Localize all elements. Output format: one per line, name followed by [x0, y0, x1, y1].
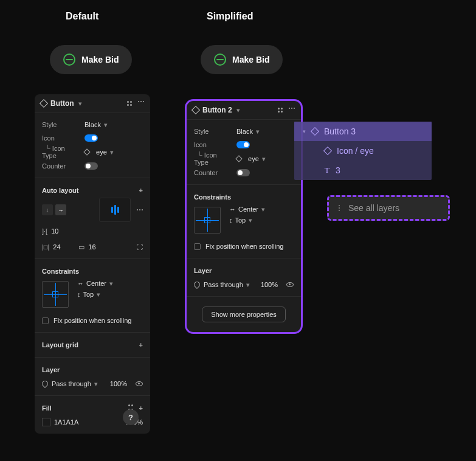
component-icon — [311, 127, 319, 136]
fill-hex[interactable]: 1A1A1A — [54, 418, 78, 426]
constraints-section: Constraints ↔ Center ▾ ↕ Top ▾ Fix posit… — [187, 185, 301, 258]
bid-icon — [214, 54, 226, 66]
padding-horizontal[interactable]: |□| — [42, 243, 70, 251]
icon-type-label: └ Icon Type — [194, 151, 233, 166]
layer-heading: Layer — [42, 366, 60, 373]
component-header: Button ▾ — [35, 94, 150, 113]
direction-horizontal[interactable]: → — [55, 204, 66, 215]
fill-swatch[interactable] — [42, 418, 50, 426]
alignment-grid[interactable] — [99, 198, 131, 222]
reset-icon[interactable] — [278, 108, 283, 113]
constraint-h-select[interactable]: ↔ Center ▾ — [77, 280, 114, 287]
direction-vertical[interactable]: ↓ — [42, 204, 53, 215]
variants-section: Style Black▾ Icon └ Icon Type eye▾ Count… — [187, 120, 301, 185]
blend-mode-select[interactable]: Pass through ▾ — [52, 380, 98, 387]
add-fill-icon[interactable]: + — [139, 404, 143, 412]
layer-section: Layer Pass through ▾ 100% — [35, 358, 150, 396]
layer-name: Icon / eye — [337, 146, 374, 156]
more-icon[interactable] — [138, 101, 144, 106]
show-more-properties-button[interactable]: Show more properties — [202, 307, 286, 322]
layer-row-button3[interactable]: ▾ Button 3 — [294, 122, 432, 141]
more-icon[interactable] — [289, 108, 295, 113]
fix-position-label: Fix position when scrolling — [205, 243, 283, 250]
constraint-h-select[interactable]: ↔ Center ▾ — [229, 206, 266, 213]
make-bid-button-default[interactable]: Make Bid — [50, 45, 132, 74]
fix-position-checkbox[interactable] — [42, 317, 49, 324]
blend-mode-icon — [193, 280, 201, 289]
layer-heading: Layer — [194, 267, 212, 274]
constraints-heading: Constraints — [194, 193, 231, 201]
counter-toggle-label: Counter — [42, 162, 81, 170]
padding-vertical[interactable]: ▭ — [78, 243, 105, 251]
properties-panel-simplified: Button 2 ▾ Style Black▾ Icon └ Icon Type… — [185, 99, 303, 334]
component-icon — [323, 147, 332, 155]
independent-padding-icon[interactable]: ⛶ — [136, 243, 143, 251]
component-icon — [191, 106, 200, 114]
component-icon — [40, 99, 48, 108]
constraints-section: Constraints ↔ Center ▾ ↕ Top ▾ Fix posit… — [35, 259, 150, 333]
properties-panel-default: Button ▾ Style Black▾ Icon └ Icon Type e… — [35, 94, 150, 434]
style-select[interactable]: Black▾ — [236, 128, 260, 135]
chevron-down-icon[interactable]: ▾ — [236, 108, 241, 113]
layers-popover: ▾ Button 3 Icon / eye T 3 — [294, 122, 432, 180]
icon-type-label: └ Icon Type — [42, 145, 81, 159]
label-default: Default — [66, 11, 98, 22]
layer-name: 3 — [336, 165, 340, 175]
style-label: Style — [194, 128, 233, 135]
drag-handle-icon — [339, 205, 340, 211]
opacity-value[interactable]: 100% — [261, 281, 278, 288]
item-spacing[interactable]: ]·[ — [42, 227, 68, 235]
style-select[interactable]: Black▾ — [85, 121, 108, 128]
variants-section: Style Black▾ Icon └ Icon Type eye▾ Count… — [35, 113, 150, 178]
help-button[interactable]: ? — [123, 409, 139, 425]
text-icon: T — [325, 165, 329, 175]
layer-row-icon-eye[interactable]: Icon / eye — [294, 141, 432, 161]
make-bid-label: Make Bid — [81, 55, 119, 64]
auto-layout-heading: Auto layout — [42, 187, 79, 194]
autolayout-more-icon[interactable] — [137, 209, 143, 210]
add-grid-icon[interactable]: + — [139, 341, 143, 348]
counter-toggle[interactable] — [85, 162, 98, 170]
reset-icon[interactable] — [127, 101, 132, 106]
expand-icon[interactable]: ▾ — [303, 128, 306, 134]
constraint-visualizer[interactable] — [42, 281, 69, 308]
counter-toggle[interactable] — [236, 169, 250, 176]
component-name[interactable]: Button — [50, 99, 74, 108]
layer-name: Button 3 — [324, 127, 356, 136]
bid-icon — [63, 54, 75, 66]
fix-position-label: Fix position when scrolling — [53, 317, 131, 324]
constraint-v-select[interactable]: ↕ Top ▾ — [77, 291, 114, 298]
see-all-layers-button[interactable]: See all layers — [327, 195, 450, 221]
layer-row-text-3[interactable]: T 3 — [294, 161, 432, 180]
style-label: Style — [42, 121, 81, 128]
visibility-icon[interactable] — [286, 282, 294, 287]
label-simplified: Simplified — [207, 11, 253, 22]
blend-mode-icon — [41, 380, 49, 388]
constraint-visualizer[interactable] — [194, 207, 221, 234]
counter-toggle-label: Counter — [194, 169, 233, 176]
icon-toggle-label: Icon — [42, 134, 81, 142]
chevron-down-icon[interactable]: ▾ — [78, 101, 83, 106]
blend-mode-select[interactable]: Pass through ▾ — [204, 281, 250, 288]
layout-grid-section: Layout grid+ — [35, 333, 150, 358]
icon-toggle[interactable] — [85, 134, 98, 142]
icon-toggle-label: Icon — [194, 141, 233, 148]
fix-position-checkbox[interactable] — [194, 243, 201, 250]
component-header: Button 2 ▾ — [187, 101, 301, 120]
icon-toggle[interactable] — [236, 141, 250, 148]
opacity-value[interactable]: 100% — [110, 380, 127, 387]
fill-heading: Fill — [42, 404, 52, 412]
layer-section: Layer Pass through ▾ 100% — [187, 258, 301, 297]
layout-grid-heading: Layout grid — [42, 341, 78, 348]
constraint-v-select[interactable]: ↕ Top ▾ — [229, 217, 266, 224]
component-name[interactable]: Button 2 — [202, 106, 232, 114]
constraints-heading: Constraints — [42, 268, 79, 275]
make-bid-label: Make Bid — [232, 55, 269, 64]
add-autolayout-icon[interactable]: + — [139, 187, 143, 194]
icon-type-select[interactable]: eye▾ — [85, 148, 114, 156]
visibility-icon[interactable] — [136, 381, 143, 386]
auto-layout-section: Auto layout+ ↓ → ]·[ |□| ▭ ⛶ — [35, 178, 150, 259]
icon-type-select[interactable]: eye▾ — [236, 155, 266, 162]
see-all-layers-label: See all layers — [348, 203, 399, 213]
make-bid-button-simplified[interactable]: Make Bid — [201, 45, 283, 74]
